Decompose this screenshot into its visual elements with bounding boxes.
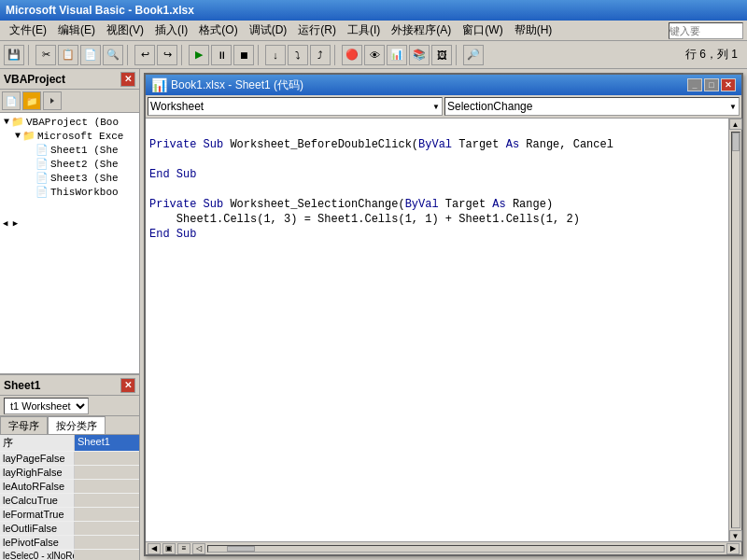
tree-item-sheet1[interactable]: 📄 Sheet1 (She [13, 143, 137, 157]
menu-run[interactable]: 运行(R) [292, 21, 342, 40]
sheet-panel-title: Sheet1 [4, 379, 40, 392]
sheet-tab-row: 字母序 按分类序 [0, 416, 139, 435]
toolbar-redo-btn[interactable]: ↪ [157, 45, 177, 65]
scroll-h-thumb[interactable] [227, 546, 255, 552]
search-input[interactable] [669, 22, 743, 39]
scroll-left-btn[interactable]: ◀ [148, 543, 161, 554]
prop-row-enablepivot[interactable]: lePivotFalse [0, 536, 139, 550]
toolbar-sep5 [334, 45, 338, 65]
proj-icon1[interactable]: 📄 [2, 91, 21, 110]
menu-tools[interactable]: 工具(I) [342, 21, 386, 40]
prop-row-enableformat[interactable]: leFormatTrue [0, 508, 139, 522]
menu-edit[interactable]: 编辑(E) [52, 21, 101, 40]
code-scrollbar-vertical: ▲ ▼ [728, 119, 741, 541]
tree-folder-icon: 📁 [11, 116, 24, 128]
sheet-panel-header: Sheet1 ✕ [0, 375, 139, 396]
menu-help[interactable]: 帮助(H) [509, 21, 558, 40]
tree-item-thisworkbook[interactable]: 📄 ThisWorkboo [13, 185, 137, 199]
toolbar-sep6 [456, 45, 459, 65]
toolbar-sep2 [127, 45, 131, 65]
toolbar-sep3 [181, 45, 185, 65]
vbaproject-header: VBAProject ✕ [0, 69, 139, 90]
prop-row-name[interactable]: 序 Sheet1 [0, 435, 139, 452]
toolbar-cut-btn[interactable]: ✂ [35, 45, 56, 65]
menu-insert[interactable]: 插入(I) [149, 21, 193, 40]
menu-view[interactable]: 视图(V) [101, 21, 149, 40]
tree-item-msexcel[interactable]: ▼ 📁 Microsoft Exce [13, 129, 137, 143]
vbaproject-close-btn[interactable]: ✕ [120, 72, 135, 87]
prop-row-enableselect[interactable]: leSelec0 - xlNoRe [0, 550, 139, 560]
scroll-up-btn[interactable]: ▲ [729, 119, 742, 130]
scroll-view-btn2[interactable]: ≡ [177, 543, 190, 554]
prop-row-enableauto[interactable]: leAutoRFalse [0, 480, 139, 494]
main-area: VBAProject ✕ 📄 📁 ▼ 📁 VBAProject (Boo ▼ 📁… [0, 69, 747, 560]
sheet-object-dropdown[interactable]: t1 Worksheet [4, 398, 89, 414]
toolbar-stop-btn[interactable]: ⏹ [233, 45, 254, 65]
toolbar-save-btn[interactable]: 💾 [4, 45, 24, 65]
proj-icon2[interactable]: 📁 [22, 91, 41, 110]
left-panel: VBAProject ✕ 📄 📁 ▼ 📁 VBAProject (Boo ▼ 📁… [0, 69, 140, 560]
toolbar-stepover-btn[interactable]: ⤵ [288, 45, 308, 65]
prop-row-enableoutline[interactable]: leOutliFalse [0, 522, 139, 536]
svg-marker-0 [50, 98, 54, 104]
scroll-h-track[interactable] [207, 545, 725, 553]
toolbar-pause-btn[interactable]: ⏸ [211, 45, 232, 65]
menu-format[interactable]: 格式(O) [193, 21, 243, 40]
tree-sheet2-icon: 📄 [35, 158, 49, 170]
toolbar-status: 行 6，列 1 [685, 47, 743, 63]
toolbar-locals-btn[interactable]: 📊 [387, 45, 407, 65]
menu-addins[interactable]: 外接程序(A) [386, 21, 457, 40]
toolbar-run-btn[interactable]: ▶ [189, 45, 209, 65]
toolbar-watch-btn[interactable]: 👁 [364, 45, 385, 65]
tree-sheet3-icon: 📄 [35, 172, 49, 184]
toolbar-step-btn[interactable]: ↓ [265, 45, 286, 65]
code-minimize-btn[interactable]: _ [687, 78, 702, 91]
tree-item-sheet3[interactable]: 📄 Sheet3 (She [13, 171, 137, 185]
proj-arrow-btn[interactable] [43, 91, 62, 110]
menu-window[interactable]: 窗口(W) [457, 21, 508, 40]
code-editor[interactable]: Private Sub Worksheet_BeforeDoubleClick(… [146, 119, 728, 541]
code-procedure-dropdown[interactable]: SelectionChange ▼ [444, 97, 740, 116]
toolbar-find-btn[interactable]: 🔍 [103, 45, 123, 65]
toolbar-userform-btn[interactable]: 🖼 [431, 45, 452, 65]
scroll-down-btn[interactable]: ▼ [729, 530, 742, 541]
code-line-6: Private Sub Worksheet_SelectionChange(By… [149, 197, 725, 212]
tree-item-sheet2[interactable]: 📄 Sheet2 (She [13, 157, 137, 171]
toolbar-callstack-btn[interactable]: 📚 [409, 45, 430, 65]
prop-row-displayright[interactable]: layRighFalse [0, 466, 139, 480]
code-dropdowns-row: Worksheet ▼ SelectionChange ▼ [146, 95, 741, 119]
code-scrollbar-horizontal: ◀ ▣ ≡ ◁ ▶ [146, 541, 741, 554]
toolbar-paste-btn[interactable]: 📄 [80, 45, 101, 65]
tree-item-vbaproject[interactable]: ▼ 📁 VBAProject (Boo [2, 115, 137, 129]
prop-row-enablecalc[interactable]: leCalcuTrue [0, 494, 139, 508]
scroll-v-track[interactable] [731, 132, 740, 528]
code-maximize-btn[interactable]: □ [704, 78, 719, 91]
scroll-view-btn1[interactable]: ▣ [162, 543, 176, 554]
toolbar-copy-btn[interactable]: 📋 [58, 45, 78, 65]
scroll-view-btn3[interactable]: ◁ [192, 543, 205, 554]
code-line-7: Sheet1.Cells(1, 3) = Sheet1.Cells(1, 1) … [149, 212, 725, 227]
tree-wb-icon: 📄 [35, 186, 49, 198]
tab-category[interactable]: 按分类序 [48, 416, 106, 434]
code-line-5 [149, 182, 725, 197]
scroll-right-btn[interactable]: ▶ [726, 543, 740, 554]
toolbar-objbrowser-btn[interactable]: 🔎 [463, 45, 484, 65]
code-line-1 [149, 122, 725, 137]
code-title-icon: 📊 [151, 77, 167, 92]
sheet-panel-close-btn[interactable]: ✕ [120, 378, 135, 393]
code-title-buttons: _ □ ✕ [687, 78, 736, 91]
menu-debug[interactable]: 调试(D) [244, 21, 293, 40]
tree-msexcel-icon: 📁 [22, 130, 35, 142]
tab-alpha[interactable]: 字母序 [0, 416, 48, 434]
scroll-v-thumb[interactable] [732, 133, 740, 151]
toolbar-stepout-btn[interactable]: ⤴ [310, 45, 331, 65]
code-object-dropdown[interactable]: Worksheet ▼ [148, 97, 443, 116]
toolbar-undo-btn[interactable]: ↩ [134, 45, 155, 65]
menu-file[interactable]: 文件(E) [4, 21, 52, 40]
code-close-btn[interactable]: ✕ [721, 78, 736, 91]
right-panel: 📊 Book1.xlsx - Sheet1 (代码) _ □ ✕ Workshe… [140, 69, 747, 560]
vbaproject-title: VBAProject [4, 73, 65, 86]
toolbar-bp-btn[interactable]: 🔴 [342, 45, 362, 65]
code-area-row: Private Sub Worksheet_BeforeDoubleClick(… [146, 119, 741, 541]
prop-row-displaypage[interactable]: layPageFalse [0, 452, 139, 466]
